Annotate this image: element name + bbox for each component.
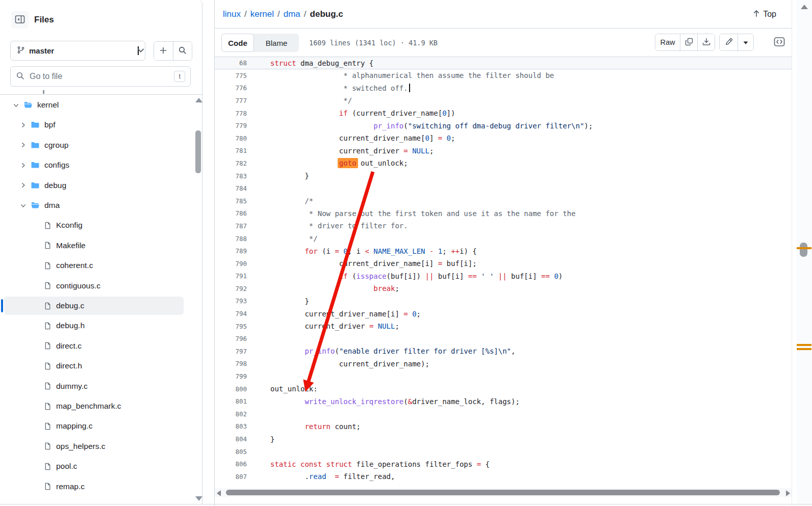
file-icon (44, 382, 52, 390)
scroll-right-arrow[interactable] (786, 490, 790, 496)
tree-item-direct.c[interactable]: direct.c (4, 337, 184, 355)
line-number[interactable]: 802 (215, 410, 247, 418)
back-to-top-button[interactable]: Top (750, 7, 779, 21)
line-number[interactable]: 805 (215, 448, 247, 456)
breadcrumb-link-dma[interactable]: dma (284, 9, 300, 19)
tree-item-debug[interactable]: debug (4, 176, 184, 195)
tree-item-pool.c[interactable]: pool.c (4, 457, 184, 475)
tree-item-remap.c[interactable]: remap.c (4, 477, 184, 496)
tree-item-kernel[interactable]: kernel (4, 96, 184, 114)
line-number[interactable]: 794 (215, 310, 247, 317)
line-number[interactable]: 792 (215, 285, 247, 292)
search-tree-button[interactable] (173, 42, 192, 60)
file-toolbar: Code Blame 1609 lines (1341 loc) · 41.9 … (215, 29, 792, 57)
line-number[interactable]: 806 (215, 460, 247, 468)
download-button[interactable] (697, 34, 715, 50)
scroll-left-arrow[interactable] (217, 490, 221, 496)
code-line-793: 793 } (215, 295, 792, 308)
folder-icon (31, 141, 40, 149)
line-number[interactable]: 791 (215, 272, 247, 280)
line-number[interactable]: 790 (215, 260, 247, 268)
line-number[interactable]: 778 (215, 110, 247, 117)
tree-scrollbar-thumb[interactable] (195, 130, 201, 173)
code-line-795: 795 current_driver = NULL; (215, 320, 792, 333)
chevron-down-icon[interactable] (19, 202, 27, 209)
line-number[interactable]: 803 (215, 422, 247, 430)
line-number[interactable]: 781 (215, 147, 247, 154)
tree-item-Kconfig[interactable]: Kconfig (4, 216, 184, 234)
collapse-sidebar-button[interactable] (11, 11, 29, 29)
tree-item-dummy.c[interactable]: dummy.c (4, 377, 184, 395)
edit-dropdown-button[interactable] (738, 34, 753, 50)
page-scrollbar-up-arrow[interactable] (801, 5, 808, 9)
tree-item-label: cgroup (44, 141, 68, 150)
tree-item-map_benchmark.c[interactable]: map_benchmark.c (4, 397, 184, 415)
tree-scrollbar-up-arrow[interactable] (195, 98, 202, 102)
line-number[interactable]: 787 (215, 222, 247, 230)
raw-button[interactable]: Raw (655, 34, 680, 50)
line-number[interactable]: 804 (215, 435, 247, 443)
line-number[interactable]: 807 (215, 473, 247, 481)
tree-item-cgroup[interactable]: cgroup (4, 136, 184, 154)
line-number[interactable]: 775 (215, 72, 247, 79)
line-number[interactable]: 786 (215, 209, 247, 217)
horizontal-scrollbar[interactable] (215, 488, 792, 497)
tree-item-bpf[interactable]: bpf (4, 116, 184, 134)
tree-item-label: pool.c (56, 462, 77, 471)
line-number[interactable]: 799 (215, 372, 247, 380)
file-icon (44, 462, 52, 471)
tree-item-mapping.c[interactable]: mapping.c (4, 417, 184, 435)
go-to-file-input[interactable] (29, 71, 174, 82)
code-text: if (current_driver_name[0]) (270, 109, 455, 117)
line-number[interactable]: 797 (215, 348, 247, 355)
line-number[interactable]: 777 (215, 97, 247, 104)
line-number[interactable]: 801 (215, 397, 247, 405)
breadcrumb-link-linux[interactable]: linux (223, 9, 241, 19)
chevron-right-icon[interactable] (19, 162, 27, 169)
tree-item-configs[interactable]: configs (4, 156, 184, 174)
tree-item-debug.c[interactable]: debug.c (4, 297, 184, 315)
line-number[interactable]: 776 (215, 84, 247, 92)
tree-item-ops_helpers.c[interactable]: ops_helpers.c (4, 437, 184, 456)
tab-code[interactable]: Code (221, 34, 254, 52)
code-line-798: 798 current_driver_name); (215, 358, 792, 370)
tree-item-debug.h[interactable]: debug.h (4, 316, 184, 335)
line-number[interactable]: 784 (215, 184, 247, 192)
tree-item-direct.h[interactable]: direct.h (4, 357, 184, 375)
tree-item-contiguous.c[interactable]: contiguous.c (4, 277, 184, 295)
code-text: static const struct file_operations filt… (270, 460, 490, 468)
line-number[interactable]: 800 (215, 385, 247, 393)
chevron-right-icon[interactable] (19, 122, 27, 128)
tab-blame[interactable]: Blame (254, 34, 299, 52)
copy-raw-button[interactable] (680, 34, 697, 50)
chevron-down-icon[interactable] (12, 102, 19, 109)
tree-item-label: direct.c (56, 341, 82, 351)
line-number[interactable]: 785 (215, 197, 247, 205)
symbols-panel-button[interactable] (770, 34, 789, 51)
page-scrollbar-thumb[interactable] (800, 243, 807, 257)
line-number[interactable]: 796 (215, 335, 247, 342)
tree-item-dma[interactable]: dma (4, 196, 184, 215)
folder-open-icon (23, 101, 33, 109)
line-number[interactable]: 789 (215, 247, 247, 255)
tree-scrollbar-down-arrow[interactable] (195, 496, 202, 501)
line-number[interactable]: 793 (215, 297, 247, 305)
file-icon (44, 341, 52, 350)
edit-file-button[interactable] (720, 34, 738, 50)
line-number[interactable]: 798 (215, 360, 247, 367)
horizontal-scrollbar-thumb[interactable] (226, 490, 780, 495)
line-number[interactable]: 783 (215, 172, 247, 180)
line-number[interactable]: 782 (215, 159, 247, 167)
chevron-right-icon[interactable] (19, 182, 27, 189)
line-number[interactable]: 68 (215, 59, 247, 67)
tree-item-coherent.c[interactable]: coherent.c (4, 256, 184, 275)
line-number[interactable]: 780 (215, 135, 247, 142)
breadcrumb-link-kernel[interactable]: kernel (250, 9, 274, 19)
line-number[interactable]: 795 (215, 323, 247, 330)
branch-selector[interactable]: master (10, 41, 145, 61)
chevron-right-icon[interactable] (19, 142, 27, 148)
line-number[interactable]: 788 (215, 235, 247, 243)
line-number[interactable]: 779 (215, 122, 247, 129)
new-file-button[interactable] (154, 42, 173, 60)
tree-item-Makefile[interactable]: Makefile (4, 236, 184, 255)
